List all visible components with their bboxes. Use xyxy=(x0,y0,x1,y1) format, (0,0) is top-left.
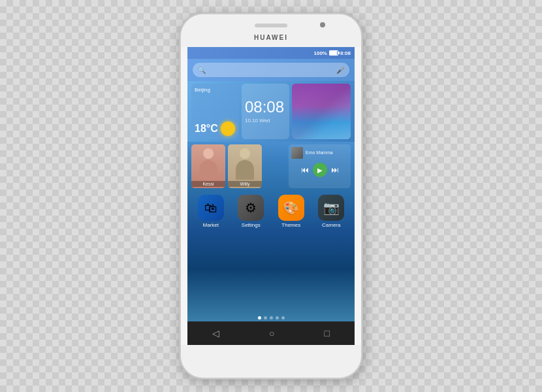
apps-grid: 🛍 Market ⚙ Settings 🎨 Themes 📷 Camera xyxy=(187,191,355,314)
speaker-grille xyxy=(255,24,287,27)
app-market[interactable]: 🛍 Market xyxy=(193,195,229,310)
home-button[interactable]: ○ xyxy=(269,328,274,338)
settings-label: Settings xyxy=(242,222,261,228)
music-controls: ⏮ ▶ ⏭ xyxy=(291,163,348,177)
prev-button[interactable]: ⏮ xyxy=(301,165,309,174)
phone-screen: 100% 8:08 🔍 🎤 Beijing xyxy=(187,47,355,345)
dot-2 xyxy=(264,316,267,319)
weather-widget[interactable]: Beijing 18°C xyxy=(191,84,239,139)
nav-bar: ◁ ○ □ xyxy=(187,321,355,345)
battery-icon xyxy=(329,50,338,56)
clock-date: 10.10 Wed xyxy=(245,118,270,123)
phone-device: HUAWEI 100% 8:08 🔍 🎤 xyxy=(180,13,362,379)
app-camera[interactable]: 📷 Camera xyxy=(313,195,350,310)
back-button[interactable]: ◁ xyxy=(212,328,219,338)
camera-label: Camera xyxy=(322,222,340,228)
app-settings[interactable]: ⚙ Settings xyxy=(233,195,270,310)
contact-kessi[interactable]: Kessi xyxy=(191,144,225,188)
dot-3 xyxy=(270,316,273,319)
market-icon: 🛍 xyxy=(198,195,224,221)
play-button[interactable]: ▶ xyxy=(313,163,327,177)
dot-4 xyxy=(276,316,279,319)
search-icon: 🔍 xyxy=(198,67,206,74)
search-bar[interactable]: 🔍 🎤 xyxy=(193,63,349,77)
dot-5 xyxy=(281,316,285,319)
landscape-photo-widget xyxy=(292,84,351,139)
front-camera xyxy=(320,22,325,27)
contact-kessi-label: Kessi xyxy=(191,181,225,187)
sun-icon xyxy=(221,122,235,136)
search-bar-area: 🔍 🎤 xyxy=(187,59,355,81)
phone-top: HUAWEI xyxy=(181,14,361,47)
clock-widget[interactable]: 08:08 10.10 Wed xyxy=(242,84,289,139)
recent-button[interactable]: □ xyxy=(325,328,330,338)
album-art xyxy=(291,147,303,159)
weather-temp-row: 18°C xyxy=(195,122,236,136)
contact-willy-label: Willy xyxy=(228,181,262,187)
weather-temp: 18°C xyxy=(195,123,218,135)
brand-label: HUAWEI xyxy=(254,34,288,41)
themes-icon: 🎨 xyxy=(278,195,304,221)
battery-text: 100% xyxy=(314,50,327,56)
themes-label: Themes xyxy=(281,222,300,228)
status-icons: 100% 8:08 xyxy=(314,50,351,56)
contact-willy[interactable]: Willy xyxy=(228,144,262,188)
contacts-music-row: Kessi Willy Emo Mamma xyxy=(187,142,355,191)
contacts-widget: Kessi Willy xyxy=(191,144,286,188)
music-widget[interactable]: Emo Mamma ⏮ ▶ ⏭ xyxy=(289,144,351,188)
camera-icon: 📷 xyxy=(318,195,344,221)
clock-status: 8:08 xyxy=(340,50,351,56)
next-button[interactable]: ⏭ xyxy=(331,165,339,174)
widgets-area: Beijing 18°C 08:08 10.10 Wed xyxy=(187,81,355,142)
phone-bottom xyxy=(181,345,361,378)
music-top: Emo Mamma xyxy=(291,147,348,159)
clock-time: 08:08 xyxy=(245,99,284,115)
page-dots xyxy=(187,314,355,321)
status-bar: 100% 8:08 xyxy=(187,47,355,59)
market-label: Market xyxy=(203,222,219,228)
settings-icon: ⚙ xyxy=(238,195,264,221)
mic-icon: 🎤 xyxy=(336,67,344,74)
weather-city: Beijing xyxy=(195,87,236,93)
dot-1 xyxy=(258,316,261,319)
app-themes[interactable]: 🎨 Themes xyxy=(273,195,310,310)
music-title: Emo Mamma xyxy=(306,150,333,155)
